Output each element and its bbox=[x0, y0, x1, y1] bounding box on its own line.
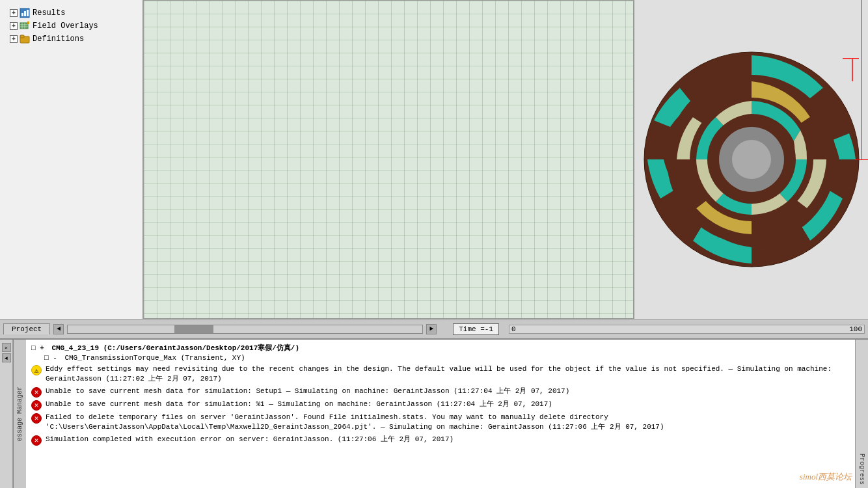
message-sidebar: × ◄ bbox=[0, 340, 13, 488]
tree-item-definitions[interactable]: + Definitions bbox=[3, 33, 139, 46]
scroll-left-arrow[interactable]: ◄ bbox=[53, 324, 64, 334]
svg-rect-11 bbox=[20, 35, 24, 38]
message-row: ✕Unable to save current mesh data for si… bbox=[31, 386, 850, 398]
simulation-name: □ - CMG_TransmissionTorque_Max (Transien… bbox=[31, 354, 850, 362]
svg-rect-2 bbox=[24, 11, 26, 16]
time-display: Time =-1 bbox=[453, 323, 499, 335]
expand-project-icon: □ + bbox=[31, 344, 44, 352]
message-area[interactable]: □ + CMG_4_23_19 (C:/Users/GeraintJasson/… bbox=[26, 340, 855, 488]
timeline-bar: Project ◄ ► Time =-1 0 100 bbox=[0, 319, 868, 338]
message-row: ⚠Eddy effect settings may need revisitin… bbox=[31, 364, 850, 385]
scale-end: 100 bbox=[847, 325, 864, 333]
close-panel-btn[interactable]: × bbox=[2, 343, 11, 352]
main-container: + Results + bbox=[0, 0, 868, 488]
svg-rect-4 bbox=[20, 23, 28, 29]
definitions-label: Definitions bbox=[33, 34, 84, 44]
expand-field-icon[interactable]: + bbox=[10, 22, 18, 30]
left-panel: + Results + bbox=[0, 0, 143, 319]
message-label-sidebar: essage Manager bbox=[13, 340, 26, 488]
field-overlays-icon bbox=[20, 21, 30, 31]
top-area: + Results + bbox=[0, 0, 868, 319]
msg-icon-error: ✕ bbox=[31, 400, 42, 411]
results-icon-container bbox=[20, 8, 30, 18]
motor-visualization bbox=[641, 49, 862, 270]
svg-rect-1 bbox=[21, 13, 23, 16]
msg-text-0: Eddy effect settings may need revisiting… bbox=[46, 364, 850, 385]
message-row: ✕Simulation completed with execution err… bbox=[31, 435, 850, 446]
message-row: ✕Unable to save current mesh data for si… bbox=[31, 400, 850, 411]
expand-results-icon[interactable]: + bbox=[10, 9, 18, 17]
project-path: □ + CMG_4_23_19 (C:/Users/GeraintJasson/… bbox=[31, 343, 850, 353]
right-panel bbox=[634, 0, 868, 319]
center-panel bbox=[143, 0, 634, 319]
msg-icon-error: ✕ bbox=[31, 435, 42, 446]
msg-icon-error: ✕ bbox=[31, 387, 42, 398]
axis-h bbox=[855, 159, 868, 160]
expand-definitions-icon[interactable]: + bbox=[10, 35, 18, 43]
folder-icon-container bbox=[20, 34, 30, 44]
scrollbar-thumb[interactable] bbox=[174, 325, 213, 333]
tree-item-results[interactable]: + Results bbox=[3, 7, 139, 20]
svg-rect-9 bbox=[27, 21, 29, 24]
project-path-text: CMG_4_23_19 (C:/Users/GeraintJasson/Desk… bbox=[51, 344, 299, 352]
msg-icon-error: ✕ bbox=[31, 413, 42, 424]
axis-v bbox=[861, 0, 861, 159]
msg-icon-warning: ⚠ bbox=[31, 365, 42, 375]
results-icon bbox=[20, 8, 30, 18]
field-icon-container bbox=[20, 21, 30, 31]
svg-rect-3 bbox=[27, 10, 29, 16]
tree-section: + Results + bbox=[3, 7, 139, 46]
message-row: ✕Failed to delete temporary files on ser… bbox=[31, 413, 850, 433]
tree-item-field-overlays[interactable]: + Field Overlays bbox=[3, 20, 139, 33]
timeline-scale: 0 100 bbox=[509, 325, 865, 334]
msg-text-5: Simulation completed with execution erro… bbox=[46, 435, 850, 444]
simulation-name-text: CMG_TransmissionTorque_Max (Transient, X… bbox=[64, 354, 245, 362]
scrollbar-track[interactable] bbox=[67, 325, 423, 334]
progress-label: Progress bbox=[858, 454, 865, 485]
msg-text-3: Failed to delete temporary files on serv… bbox=[46, 413, 850, 433]
collapse-panel-btn[interactable]: ◄ bbox=[2, 353, 11, 362]
scroll-right-arrow[interactable]: ► bbox=[426, 324, 437, 334]
msg-text-1: Unable to save current mesh data for sim… bbox=[46, 386, 850, 396]
message-rows-container: ⚠Eddy effect settings may need revisitin… bbox=[31, 364, 850, 446]
project-tab[interactable]: Project bbox=[3, 323, 50, 334]
grid-area bbox=[144, 1, 633, 318]
field-overlays-label: Field Overlays bbox=[33, 21, 98, 31]
watermark: simol西莫论坛 bbox=[800, 471, 852, 483]
results-label: Results bbox=[33, 8, 65, 18]
message-manager-label: essage Manager bbox=[16, 386, 23, 441]
bottom-panel: × ◄ essage Manager □ + CMG_4_23_19 (C:/U… bbox=[0, 338, 868, 488]
svg-point-19 bbox=[732, 140, 771, 179]
expand-sim-icon: □ - bbox=[44, 354, 57, 362]
definitions-folder-icon bbox=[20, 34, 30, 44]
bottom-content: × ◄ essage Manager □ + CMG_4_23_19 (C:/U… bbox=[0, 340, 868, 488]
progress-sidebar: Progress bbox=[855, 340, 868, 488]
scale-start: 0 bbox=[509, 325, 518, 333]
msg-text-2: Unable to save current mesh data for sim… bbox=[46, 400, 850, 409]
